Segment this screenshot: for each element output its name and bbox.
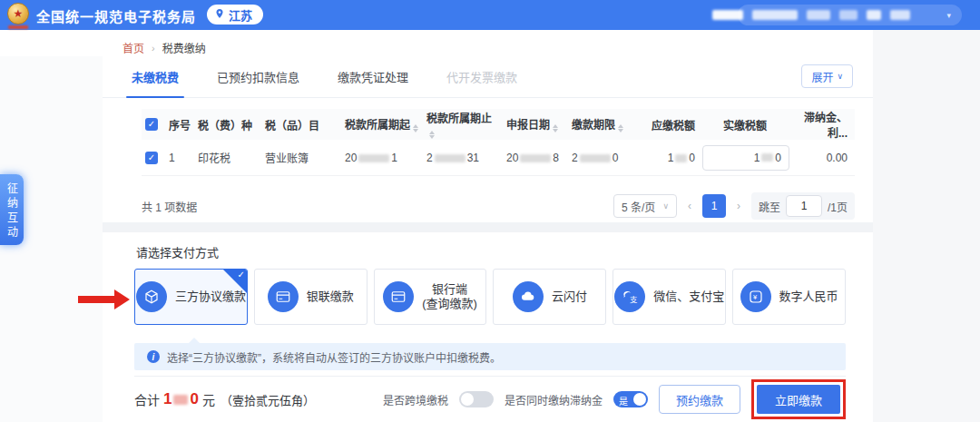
cross-border-toggle[interactable]	[459, 391, 494, 407]
late-fee-toggle[interactable]: 是	[613, 391, 648, 407]
redacted-user-info	[807, 10, 830, 20]
chevron-down-icon: ∨	[662, 201, 669, 211]
total-amount: 10	[163, 390, 199, 408]
tab-bar: 未缴税费 已预约扣款信息 缴款凭证处理 代开发票缴款	[103, 56, 873, 98]
app-title: 全国统一规范电子税务局	[36, 6, 196, 25]
method-bank-terminal[interactable]: 银行端(查询缴款)	[374, 269, 487, 325]
selected-check-icon	[223, 270, 247, 293]
wechat-alipay-icon: 支	[614, 281, 645, 312]
row-checkbox[interactable]: ✓	[145, 152, 158, 164]
expand-button[interactable]: 展开∨	[801, 64, 853, 88]
redacted-date	[358, 154, 389, 162]
payment-card: 请选择支付方式 三方协议缴款 银联缴款 银行端(查询缴款)	[103, 232, 873, 422]
method-wechat-alipay[interactable]: 支 微信、支付宝	[612, 269, 726, 325]
user-menu-bar[interactable]: ▾	[738, 5, 962, 25]
col-index: 序号	[165, 117, 194, 132]
total-label: 合计	[134, 390, 160, 408]
redacted-user-info	[867, 10, 881, 20]
row-tax-type: 印花税	[194, 150, 261, 165]
method-tripartite-agreement[interactable]: 三方协议缴款	[134, 269, 248, 325]
col-period-start[interactable]: 税款所属期起	[341, 116, 423, 132]
col-tax-item: 税（品）目	[261, 117, 341, 132]
sort-icon[interactable]	[413, 124, 418, 132]
section-separator	[103, 222, 873, 232]
reserve-payment-button[interactable]: 预约缴款	[659, 385, 740, 414]
row-late-fee: 0.00	[791, 152, 851, 164]
method-unionpay[interactable]: 银联缴款	[254, 269, 368, 325]
redacted-user-info	[752, 10, 798, 20]
method-quickpass[interactable]: 云闪付	[493, 269, 606, 325]
redacted-amount	[761, 153, 773, 162]
tab-payment-voucher[interactable]: 缴款凭证处理	[336, 55, 410, 98]
redacted-date	[520, 154, 551, 162]
redacted-user-info	[839, 10, 858, 20]
taxation-seal-text	[8, 25, 28, 29]
redacted-date	[580, 154, 611, 162]
currency-unit: 元	[202, 390, 215, 408]
tab-invoice-payment[interactable]: 代开发票缴款	[445, 55, 519, 98]
tab-reserved-deductions[interactable]: 已预约扣款信息	[215, 55, 301, 98]
bankcard-icon	[268, 281, 299, 312]
sort-icon[interactable]	[618, 124, 623, 132]
row-period-start: 201	[341, 152, 423, 164]
cross-border-label: 是否跨境缴税	[383, 392, 448, 407]
page-number-button[interactable]: 1	[702, 194, 726, 218]
redacted-amount	[173, 395, 188, 405]
chevron-down-icon[interactable]: ▾	[946, 11, 951, 20]
region-selector[interactable]: 江苏	[207, 5, 263, 25]
row-index: 1	[165, 152, 194, 164]
sort-icon[interactable]	[553, 124, 558, 132]
table-header-row: ✓ 序号 税（费）种 税（品）目 税款所属期起 税款所属期止 申报日期 缴款期限…	[142, 109, 855, 140]
payment-footer: 合计 10 元 （壹拾贰元伍角） 是否跨境缴税 是否同时缴纳滞纳金 是 预约缴款…	[134, 376, 846, 422]
payment-notice: i 选择“三方协议缴款”，系统将自动从签订的三方协议账户中扣缴税费。	[134, 343, 846, 370]
table-row: ✓ 1 印花税 营业账簿 201 231 208 20 10 10 0.00	[142, 140, 855, 176]
payment-section-title: 请选择支付方式	[136, 243, 219, 260]
page-jump: 跳至 /1页	[751, 192, 855, 220]
svg-text:支: 支	[630, 295, 638, 304]
sidebar-item-interaction[interactable]: 征纳互动	[0, 174, 24, 245]
breadcrumb: 首页 › 税费缴纳	[122, 40, 206, 55]
table-summary: 共 1 项数据	[142, 199, 197, 214]
row-tax-item: 营业账簿	[261, 150, 341, 165]
app-header: ★ 全国统一规范电子税务局 江苏 ▾	[0, 0, 980, 30]
jump-label: 跳至	[759, 199, 780, 214]
region-name: 江苏	[229, 6, 252, 24]
tab-unpaid-taxes[interactable]: 未缴税费	[130, 55, 181, 98]
col-late-fee: 滞纳金、利...	[791, 109, 851, 140]
col-period-end[interactable]: 税款所属期止	[423, 110, 503, 139]
next-page-button[interactable]: ›	[735, 200, 742, 212]
col-deadline[interactable]: 缴款期限	[568, 116, 644, 132]
digital-yuan-icon: ¥	[740, 281, 771, 312]
col-tax-type: 税（费）种	[194, 117, 261, 132]
cloud-icon	[513, 281, 544, 312]
tax-list-card: 未缴税费 已预约扣款信息 缴款凭证处理 代开发票缴款 展开∨ ✓ 序号 税（费）…	[103, 56, 873, 222]
redacted-date	[435, 154, 466, 162]
method-digital-yuan[interactable]: ¥ 数字人民币	[732, 269, 846, 325]
payment-methods: 三方协议缴款 银联缴款 银行端(查询缴款) 云闪付	[134, 269, 846, 325]
select-all-checkbox[interactable]: ✓	[145, 118, 158, 131]
bankcard-icon	[383, 281, 414, 312]
svg-text:¥: ¥	[753, 293, 758, 301]
row-declare-date: 208	[503, 152, 568, 164]
pay-now-button[interactable]: 立即缴款	[757, 385, 840, 414]
tax-bureau-page: ★ 全国统一规范电子税务局 江苏 ▾ 首页 › 税费缴纳 未缴税费	[0, 0, 980, 422]
row-period-end: 231	[423, 152, 503, 164]
redacted-amount	[675, 154, 687, 162]
prev-page-button[interactable]: ‹	[686, 200, 693, 212]
col-declare-date[interactable]: 申报日期	[503, 116, 568, 132]
paid-amount-input[interactable]: 10	[702, 145, 789, 171]
tax-table: ✓ 序号 税（费）种 税（品）目 税款所属期起 税款所属期止 申报日期 缴款期限…	[142, 109, 855, 176]
sort-icon[interactable]	[429, 131, 435, 139]
row-deadline: 20	[568, 152, 644, 164]
breadcrumb-separator: ›	[152, 43, 155, 54]
redacted-user-info	[712, 10, 743, 20]
red-arrow-annotation	[78, 290, 131, 309]
jump-page-input[interactable]	[786, 195, 822, 217]
row-paid: 10	[699, 145, 791, 171]
notice-text: 选择“三方协议缴款”，系统将自动从签订的三方协议账户中扣缴税费。	[167, 349, 501, 365]
info-icon: i	[147, 350, 160, 363]
cube-icon	[136, 281, 167, 312]
breadcrumb-home-link[interactable]: 首页	[122, 40, 144, 55]
col-paid: 实缴税额	[699, 117, 791, 132]
page-size-select[interactable]: 5 条/页∨	[613, 194, 677, 218]
